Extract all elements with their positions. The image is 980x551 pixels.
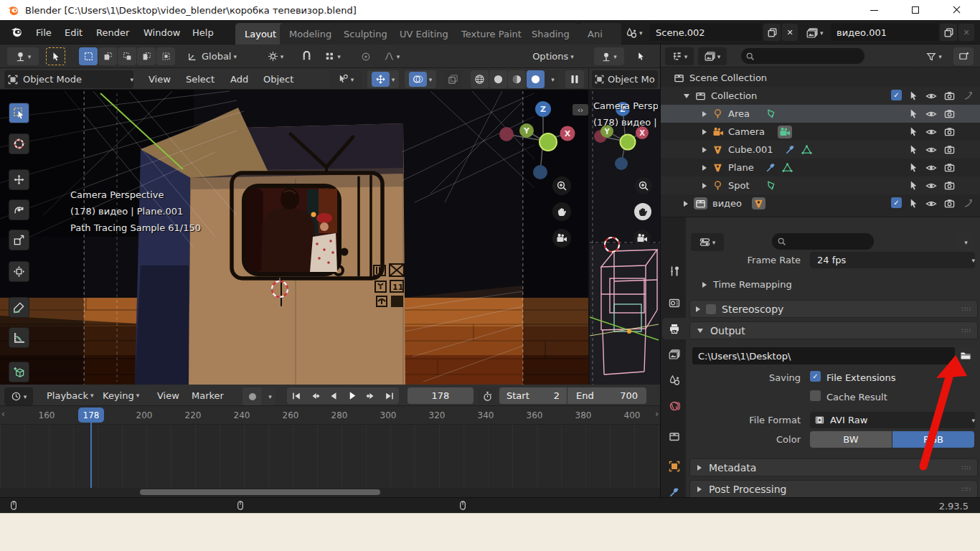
workspace-tab-sculpting[interactable]: Sculpting xyxy=(334,23,397,44)
selectable-toggle[interactable] xyxy=(908,90,919,101)
collection-checkbox[interactable]: ✓ xyxy=(891,90,902,100)
tool-measure[interactable] xyxy=(9,327,29,348)
frame-end-field[interactable]: End700 xyxy=(567,387,646,404)
render-camera-toggle[interactable] xyxy=(944,143,955,155)
open-file-browser-button[interactable] xyxy=(956,347,975,364)
hide-eye-toggle[interactable] xyxy=(925,143,937,156)
play-button[interactable] xyxy=(343,387,362,404)
file-extensions-checkbox[interactable]: ✓ xyxy=(810,371,821,382)
expand-icon[interactable] xyxy=(702,165,707,171)
panel-grip-icon[interactable] xyxy=(962,306,971,313)
file-format-dropdown[interactable]: AVI Raw xyxy=(810,412,975,428)
expand-icon[interactable] xyxy=(702,183,707,189)
render-camera-toggle[interactable] xyxy=(944,90,955,101)
select-mode-extend[interactable] xyxy=(98,47,117,65)
selectable-toggle[interactable] xyxy=(908,161,919,173)
overlays-dropdown[interactable] xyxy=(405,70,436,88)
color-bw-button[interactable]: BW xyxy=(810,431,892,448)
menu-edit[interactable]: Edit xyxy=(57,20,90,44)
active-tool-dropdown[interactable] xyxy=(7,47,39,65)
timeline-ruler[interactable]: 160 200 220 240 260 280 300 320 340 360 … xyxy=(0,406,660,425)
gizmos-dropdown[interactable] xyxy=(367,70,399,88)
outliner-row-camera[interactable]: Camera xyxy=(661,123,980,141)
view-layer-name-field[interactable]: видео.001 xyxy=(831,24,938,41)
workspace-tab-shading[interactable]: Shading xyxy=(522,23,579,44)
auto-keying-dropdown[interactable] xyxy=(263,387,275,405)
tab-view-layer[interactable] xyxy=(662,344,686,365)
jump-to-start-button[interactable] xyxy=(287,387,306,404)
options-dropdown[interactable]: Options xyxy=(527,47,579,65)
hide-eye-toggle[interactable] xyxy=(925,161,937,174)
outliner-row-spot[interactable]: Spot xyxy=(661,176,980,194)
scrollbar-thumb[interactable] xyxy=(140,489,380,495)
output-path-field[interactable]: C:\Users\1\Desktop\ xyxy=(692,347,955,364)
frame-rate-dropdown[interactable]: 24 fps xyxy=(810,252,975,268)
expand-icon[interactable] xyxy=(684,201,688,207)
play-reverse-button[interactable] xyxy=(324,387,343,404)
menu-window[interactable]: Window xyxy=(136,20,187,44)
panel-grip-icon[interactable] xyxy=(962,486,971,493)
panel-grip-icon[interactable] xyxy=(962,327,971,334)
transform-orientation-dropdown[interactable]: Global xyxy=(183,47,253,65)
outliner-row-cube001[interactable]: Cube.001 xyxy=(661,141,980,159)
frame-start-field[interactable]: Start2 xyxy=(499,387,567,404)
previous-keyframe-button[interactable] xyxy=(306,387,324,404)
xray-toggle[interactable] xyxy=(443,70,462,88)
area-split-widget[interactable]: ‹› xyxy=(573,104,588,116)
properties-context-dropdown[interactable] xyxy=(691,233,724,251)
tab-output[interactable] xyxy=(662,318,686,339)
render-camera-toggle[interactable] xyxy=(944,161,955,173)
gizmo-toggle[interactable] xyxy=(372,72,390,87)
workspace-tab-uv-editing[interactable]: UV Editing xyxy=(390,23,458,44)
shading-wireframe-button[interactable] xyxy=(471,70,489,88)
vp2-tool-dropdown[interactable] xyxy=(594,47,624,65)
shading-rendered-button[interactable] xyxy=(527,70,545,88)
post-processing-panel-header[interactable]: Post Processing xyxy=(689,480,978,498)
snap-toggle[interactable] xyxy=(297,47,316,65)
hide-eye-toggle[interactable] xyxy=(925,108,937,120)
select-mode-set[interactable] xyxy=(79,47,98,65)
time-remapping-panel[interactable]: Time Remapping xyxy=(702,279,792,290)
properties-search-input[interactable] xyxy=(772,233,874,250)
pause-render-button[interactable] xyxy=(565,70,584,88)
vp2-mode-dropdown[interactable]: Object Mo xyxy=(592,70,658,88)
cache-result-checkbox[interactable] xyxy=(810,390,821,401)
viewport2-nav-buttons[interactable] xyxy=(633,177,652,247)
tool-annotate[interactable] xyxy=(9,297,29,318)
outliner-row-video-collection[interactable]: видео ✓ xyxy=(661,194,980,212)
snap-target-dropdown[interactable] xyxy=(317,47,349,65)
color-rgb-button[interactable]: RGB xyxy=(892,431,974,448)
scene-datablock-icon[interactable] xyxy=(626,25,643,41)
tab-world[interactable] xyxy=(662,395,686,417)
shading-material-button[interactable] xyxy=(508,70,526,88)
tool-scale[interactable] xyxy=(9,230,29,250)
workspace-tab-texture-paint[interactable]: Texture Paint xyxy=(452,23,531,44)
indirect-toggle[interactable] xyxy=(963,90,974,101)
maximize-button[interactable] xyxy=(899,0,932,20)
tool-move[interactable] xyxy=(9,169,29,190)
outliner-row-plane[interactable]: Plane xyxy=(661,159,980,176)
select-mode-subtract[interactable] xyxy=(118,47,136,65)
vp2-active-tool[interactable] xyxy=(631,47,650,65)
expand-icon[interactable] xyxy=(684,94,689,98)
playback-menu[interactable]: Playback xyxy=(40,385,100,406)
hide-eye-toggle[interactable] xyxy=(925,90,937,102)
menu-file[interactable]: File xyxy=(29,20,59,44)
tool-transform[interactable] xyxy=(9,261,29,282)
render-camera-toggle[interactable] xyxy=(944,108,955,119)
close-button[interactable] xyxy=(941,0,974,20)
scene-name-field[interactable]: Scene.002 xyxy=(650,24,762,41)
selectable-toggle[interactable] xyxy=(908,126,919,137)
expand-icon[interactable] xyxy=(702,129,707,135)
viewport-menu-select[interactable]: Select xyxy=(179,68,221,90)
hide-eye-toggle[interactable] xyxy=(925,179,937,192)
jump-to-end-button[interactable] xyxy=(380,387,399,404)
scene-unlink-button[interactable]: ✕ xyxy=(782,24,798,41)
outliner-filter-dropdown[interactable] xyxy=(919,47,949,65)
playhead-line[interactable] xyxy=(90,422,92,488)
metadata-panel-header[interactable]: Metadata xyxy=(689,458,978,476)
viewport-scene[interactable]: 11 Y xyxy=(0,90,660,385)
object-visibility-dropdown[interactable] xyxy=(330,70,362,88)
blender-menu-logo-icon[interactable] xyxy=(9,26,24,38)
viewport-nav-buttons[interactable] xyxy=(552,176,571,248)
